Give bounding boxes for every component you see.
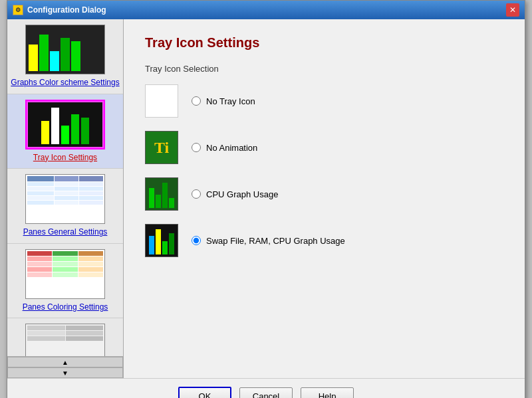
scroll-up-arrow[interactable]: ▲	[7, 357, 123, 367]
sidebar-label-panes-general: Panes General Settings	[23, 227, 108, 237]
sidebar-thumb-extra	[25, 324, 105, 356]
sidebar-label-graphs: Graphs Color scheme Settings	[11, 78, 119, 87]
configuration-dialog: ⚙ Configuration Dialog ✕ Graphs Color sc…	[7, 0, 525, 398]
radio-input-swap-ram-cpu[interactable]	[192, 236, 201, 245]
bottom-bar: OK Cancel Help	[7, 378, 525, 398]
title-bar: ⚙ Configuration Dialog ✕	[7, 1, 525, 19]
radio-label-no-tray: No Tray Icon	[206, 96, 255, 106]
icon-preview-no-tray	[145, 84, 178, 118]
sidebar-scroll[interactable]: Graphs Color scheme Settings Tray Icon S…	[7, 19, 123, 356]
sidebar-label-panes-coloring: Panes Coloring Settings	[23, 302, 108, 312]
sidebar-label-tray: Tray Icon Settings	[33, 153, 97, 162]
sidebar-item-tray-icon[interactable]: Tray Icon Settings	[7, 94, 123, 169]
main-content: Tray Icon Settings Tray Icon Selection N…	[124, 19, 525, 378]
cancel-button[interactable]: Cancel	[239, 387, 293, 398]
radio-input-no-tray[interactable]	[192, 96, 201, 106]
page-title: Tray Icon Settings	[145, 35, 503, 50]
close-button[interactable]: ✕	[506, 3, 519, 17]
radio-swap-ram-cpu[interactable]: Swap File, RAM, CPU Graph Usage	[192, 236, 345, 246]
radio-label-cpu-graph: CPU Graph Usage	[206, 189, 278, 199]
icon-preview-swap	[145, 224, 178, 257]
ok-button[interactable]: OK	[178, 387, 231, 398]
radio-input-no-animation[interactable]	[192, 143, 201, 152]
radio-input-cpu-graph[interactable]	[192, 189, 201, 199]
sidebar-thumb-panes-general	[25, 174, 105, 224]
sidebar-item-graphs-color[interactable]: Graphs Color scheme Settings	[7, 19, 123, 94]
help-button[interactable]: Help	[301, 387, 354, 398]
sidebar-thumb-graphs	[25, 25, 105, 74]
sidebar-scroll-arrows: ▲ ▼	[7, 356, 123, 378]
selection-label: Tray Icon Selection	[145, 64, 503, 74]
sidebar-item-extra[interactable]	[7, 318, 123, 356]
sidebar-thumb-tray	[25, 100, 105, 149]
radio-no-animation[interactable]: No Animation	[192, 143, 257, 153]
sidebar: Graphs Color scheme Settings Tray Icon S…	[7, 19, 124, 378]
option-row-no-tray: No Tray Icon	[145, 84, 503, 118]
radio-label-no-animation: No Animation	[206, 143, 257, 153]
window-icon: ⚙	[13, 5, 23, 15]
sidebar-item-panes-coloring[interactable]: Panes Coloring Settings	[7, 244, 123, 319]
icon-preview-cpu	[145, 177, 178, 211]
radio-no-tray[interactable]: No Tray Icon	[192, 96, 255, 106]
option-row-no-animation: Ti No Animation	[145, 131, 503, 164]
option-row-cpu-graph: CPU Graph Usage	[145, 177, 503, 211]
option-row-swap-ram-cpu: Swap File, RAM, CPU Graph Usage	[145, 224, 503, 257]
icon-preview-no-animation: Ti	[145, 131, 178, 164]
dialog-body: Graphs Color scheme Settings Tray Icon S…	[7, 19, 525, 378]
radio-cpu-graph[interactable]: CPU Graph Usage	[192, 189, 278, 199]
title-bar-left: ⚙ Configuration Dialog	[13, 5, 106, 15]
radio-label-swap-ram-cpu: Swap File, RAM, CPU Graph Usage	[206, 236, 345, 246]
sidebar-item-panes-general[interactable]: Panes General Settings	[7, 169, 123, 244]
sidebar-thumb-panes-coloring	[25, 249, 105, 299]
scroll-down-arrow[interactable]: ▼	[7, 367, 123, 378]
window-title: Configuration Dialog	[27, 5, 106, 15]
